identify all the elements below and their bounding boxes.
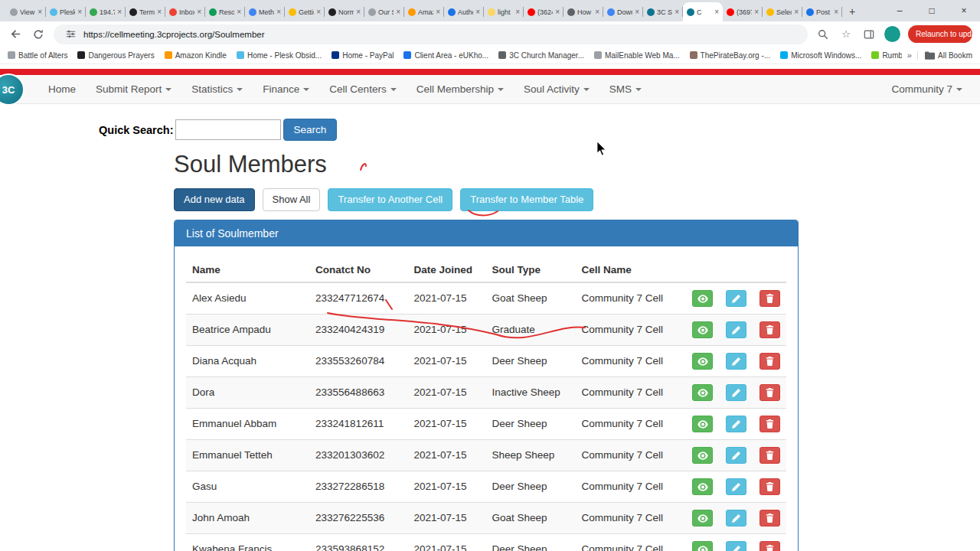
show-all-button[interactable]: Show All <box>263 188 321 211</box>
view-button[interactable] <box>692 353 713 370</box>
quick-search-input[interactable] <box>175 119 281 140</box>
bookmark-item[interactable]: Home - Plesk Obsid... <box>237 51 322 60</box>
transfer-member-table-button[interactable]: Transfer to Member Table <box>460 188 593 211</box>
browser-tab[interactable]: Term× <box>126 2 165 21</box>
search-button[interactable]: Search <box>283 119 338 141</box>
minimize-button[interactable]: – <box>884 0 916 21</box>
browser-tab[interactable]: light× <box>484 2 524 21</box>
tab-close-icon[interactable]: × <box>595 8 599 16</box>
bookmark-item[interactable]: Battle of Alters <box>8 51 67 60</box>
bookmark-item[interactable]: 3C Church Manager... <box>498 51 584 60</box>
nav-item-statistics[interactable]: Statistics <box>181 75 253 104</box>
browser-tab[interactable]: Down× <box>603 2 643 21</box>
tab-close-icon[interactable]: × <box>555 8 560 16</box>
delete-button[interactable] <box>760 447 780 464</box>
view-button[interactable] <box>692 290 713 307</box>
view-button[interactable] <box>692 447 713 464</box>
nav-item-submit-report[interactable]: Submit Report <box>86 75 181 104</box>
tab-close-icon[interactable]: × <box>754 8 759 16</box>
browser-tab[interactable]: View× <box>6 2 46 21</box>
browser-tab[interactable]: Our S× <box>364 2 404 21</box>
browser-tab[interactable]: C× <box>683 2 723 21</box>
view-button[interactable] <box>692 416 713 432</box>
nav-item-sms[interactable]: SMS <box>599 75 652 104</box>
edit-button[interactable] <box>726 416 746 432</box>
nav-item-cell-centers[interactable]: Cell Centers <box>319 75 406 104</box>
tab-close-icon[interactable]: × <box>794 8 799 16</box>
view-button[interactable] <box>692 541 713 551</box>
new-tab-button[interactable]: + <box>842 2 862 21</box>
delete-button[interactable] <box>760 416 780 432</box>
edit-button[interactable] <box>726 478 746 495</box>
bookmark-item[interactable]: MailEnable Web Ma... <box>594 51 680 60</box>
bookmark-item[interactable]: Client Area - eUKho... <box>403 51 488 60</box>
tab-close-icon[interactable]: × <box>276 8 281 16</box>
view-button[interactable] <box>692 478 713 495</box>
transfer-another-cell-button[interactable]: Transfer to Another Cell <box>328 188 452 211</box>
bookmark-item[interactable]: Rumble All Videos <box>871 51 901 60</box>
site-settings-icon[interactable] <box>63 27 78 42</box>
browser-tab[interactable]: (3624× <box>524 2 564 21</box>
relaunch-update-button[interactable]: Relaunch to update <box>908 25 972 43</box>
delete-button[interactable] <box>760 510 780 527</box>
tab-close-icon[interactable]: × <box>77 8 82 16</box>
browser-tab[interactable]: How× <box>564 2 603 21</box>
tab-close-icon[interactable]: × <box>714 8 719 16</box>
browser-tab[interactable]: 3C SM× <box>643 2 683 21</box>
maximize-button[interactable]: □ <box>916 0 948 21</box>
tab-close-icon[interactable]: × <box>356 8 361 16</box>
delete-button[interactable] <box>760 478 780 495</box>
nav-item-community-7[interactable]: Community 7 <box>881 75 972 104</box>
browser-tab[interactable]: Amaz× <box>404 2 444 21</box>
tab-close-icon[interactable]: × <box>117 8 122 16</box>
tab-close-icon[interactable]: × <box>237 8 241 16</box>
tab-close-icon[interactable]: × <box>436 8 440 16</box>
zoom-icon[interactable] <box>815 27 831 42</box>
browser-tab[interactable]: Resol× <box>205 2 245 21</box>
nav-item-cell-membership[interactable]: Cell Membership <box>407 75 514 104</box>
delete-button[interactable] <box>760 321 780 338</box>
refresh-icon[interactable] <box>31 27 46 42</box>
tab-close-icon[interactable]: × <box>157 8 162 16</box>
browser-tab[interactable]: Selec× <box>763 2 802 21</box>
close-button[interactable]: × <box>948 0 980 21</box>
edit-button[interactable] <box>726 384 746 401</box>
bookmarks-overflow-icon[interactable]: » <box>902 51 917 60</box>
bookmark-item[interactable]: Amazon Kindle <box>165 51 227 60</box>
bookmark-item[interactable]: ThePirateBay.org -... <box>690 51 771 60</box>
tab-close-icon[interactable]: × <box>675 8 679 16</box>
tab-close-icon[interactable]: × <box>834 8 838 16</box>
browser-tab[interactable]: Norm× <box>325 2 364 21</box>
delete-button[interactable] <box>760 541 780 551</box>
url-bar[interactable]: https://cellmeeting.3cprojects.org/Soulm… <box>54 24 808 44</box>
tab-close-icon[interactable]: × <box>635 8 639 16</box>
add-new-data-button[interactable]: Add new data <box>174 188 255 211</box>
browser-tab[interactable]: Gettin× <box>285 2 325 21</box>
browser-tab[interactable]: Post A× <box>802 2 842 21</box>
delete-button[interactable] <box>760 353 780 370</box>
bookmark-item[interactable]: Home - PayPal <box>332 51 394 60</box>
tab-close-icon[interactable]: × <box>38 8 42 16</box>
edit-button[interactable] <box>726 353 746 370</box>
edit-button[interactable] <box>726 447 746 464</box>
view-button[interactable] <box>692 384 713 401</box>
browser-tab[interactable]: Inbox× <box>165 2 205 21</box>
edit-button[interactable] <box>726 321 746 338</box>
delete-button[interactable] <box>760 290 780 307</box>
tab-close-icon[interactable]: × <box>475 8 480 16</box>
side-panel-icon[interactable] <box>861 27 877 42</box>
nav-item-home[interactable]: Home <box>38 75 86 104</box>
bookmark-item[interactable]: Dangerous Prayers <box>77 51 154 60</box>
all-bookmarks[interactable]: All Bookm <box>917 51 972 60</box>
view-button[interactable] <box>692 321 713 338</box>
back-icon[interactable] <box>8 27 23 42</box>
site-logo[interactable]: 3C <box>0 73 24 106</box>
profile-avatar[interactable] <box>884 26 900 42</box>
nav-item-finance[interactable]: Finance <box>253 75 319 104</box>
edit-button[interactable] <box>726 541 746 551</box>
tab-close-icon[interactable]: × <box>396 8 400 16</box>
nav-item-soul-activity[interactable]: Soul Activity <box>514 75 599 104</box>
tab-close-icon[interactable]: × <box>515 8 520 16</box>
bookmark-star-icon[interactable]: ☆ <box>838 27 854 42</box>
view-button[interactable] <box>692 510 713 527</box>
